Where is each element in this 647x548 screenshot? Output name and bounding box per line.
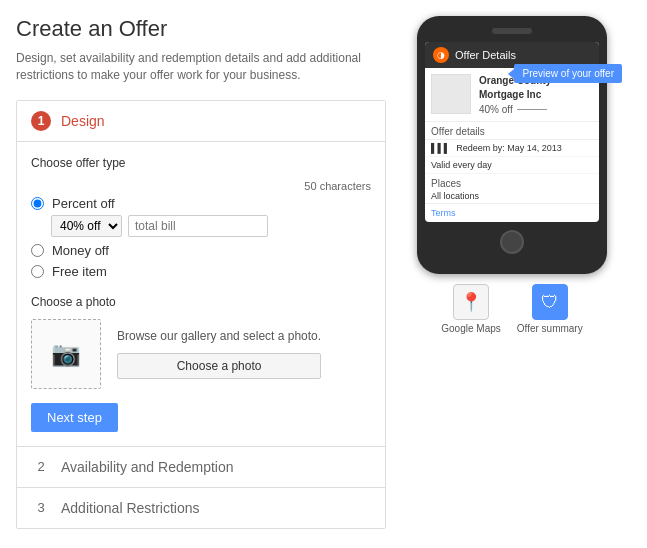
photo-placeholder: 📷 bbox=[31, 319, 101, 389]
radio-group: Percent off 40% off 10% off 20% off 30% … bbox=[31, 196, 371, 279]
availability-section-number: 2 bbox=[31, 457, 51, 477]
money-off-row[interactable]: Money off bbox=[31, 243, 371, 258]
right-panel: Preview of your offer ◑ Offer Details Or… bbox=[402, 16, 622, 529]
offer-details-title: Offer Details bbox=[455, 49, 516, 61]
percent-off-row[interactable]: Percent off bbox=[31, 196, 371, 211]
sections-wrapper: 1 Design Choose offer type 50 characters bbox=[16, 100, 386, 529]
percent-controls: 40% off 10% off 20% off 30% off 50% off bbox=[51, 215, 268, 237]
google-maps-label: Google Maps bbox=[441, 323, 500, 334]
offer-details-section-title: Offer details bbox=[425, 122, 599, 140]
choose-photo-button[interactable]: Choose a photo bbox=[117, 353, 321, 379]
page-subtitle: Design, set availability and redemption … bbox=[16, 50, 386, 84]
photo-desc: Browse our gallery and select a photo. bbox=[117, 329, 321, 343]
camera-icon: 📷 bbox=[51, 340, 81, 368]
phone-frame: ◑ Offer Details Orange County Mortgage I… bbox=[417, 16, 607, 274]
percent-controls-row: 40% off 10% off 20% off 30% off 50% off bbox=[51, 215, 371, 237]
phone-home-button[interactable] bbox=[500, 230, 524, 254]
places-value: All locations bbox=[431, 191, 593, 201]
char-count-row: 50 characters bbox=[51, 180, 371, 192]
valid-row: Valid every day bbox=[425, 157, 599, 174]
money-off-label: Money off bbox=[52, 243, 109, 258]
places-section: Places All locations bbox=[425, 174, 599, 204]
offer-summary-tab[interactable]: 🛡 Offer summary bbox=[517, 284, 583, 334]
design-section-header: 1 Design bbox=[17, 101, 385, 142]
offer-summary-icon: 🛡 bbox=[532, 284, 568, 320]
restrictions-section[interactable]: 3 Additional Restrictions bbox=[17, 487, 385, 528]
percent-off-option: Percent off 40% off 10% off 20% off 30% … bbox=[31, 196, 371, 237]
percent-text-input[interactable] bbox=[128, 215, 268, 237]
valid-text: Valid every day bbox=[431, 160, 492, 170]
photo-right: Browse our gallery and select a photo. C… bbox=[117, 329, 321, 379]
percent-off-radio[interactable] bbox=[31, 197, 44, 210]
next-step-button[interactable]: Next step bbox=[31, 403, 118, 432]
availability-section[interactable]: 2 Availability and Redemption bbox=[17, 446, 385, 487]
design-section: 1 Design Choose offer type 50 characters bbox=[17, 101, 385, 446]
places-title: Places bbox=[431, 178, 593, 189]
google-maps-tab[interactable]: 📍 Google Maps bbox=[441, 284, 500, 334]
restrictions-section-title: Additional Restrictions bbox=[61, 500, 200, 516]
percent-off-label: Percent off bbox=[52, 196, 115, 211]
bottom-tabs: 📍 Google Maps 🛡 Offer summary bbox=[441, 284, 582, 334]
photo-section: Choose a photo 📷 Browse our gallery and … bbox=[31, 295, 371, 389]
offer-type-label: Choose offer type bbox=[31, 156, 371, 170]
barcode-icon: ▌▌▌ bbox=[431, 143, 450, 153]
terms-title: Terms bbox=[431, 208, 593, 218]
redeem-row: ▌▌▌ Redeem by: May 14, 2013 bbox=[425, 140, 599, 157]
offer-details-icon: ◑ bbox=[433, 47, 449, 63]
offer-summary-label: Offer summary bbox=[517, 323, 583, 334]
char-count: 50 characters bbox=[211, 180, 371, 192]
terms-section: Terms bbox=[425, 204, 599, 222]
percent-select[interactable]: 40% off 10% off 20% off 30% off 50% off bbox=[51, 215, 122, 237]
availability-section-title: Availability and Redemption bbox=[61, 459, 234, 475]
offer-image bbox=[431, 74, 471, 114]
photo-area: 📷 Browse our gallery and select a photo.… bbox=[31, 319, 371, 389]
design-section-title: Design bbox=[61, 113, 105, 129]
phone-speaker bbox=[492, 28, 532, 34]
photo-label: Choose a photo bbox=[31, 295, 371, 309]
money-off-radio[interactable] bbox=[31, 244, 44, 257]
phone-wrapper: Preview of your offer ◑ Offer Details Or… bbox=[412, 16, 612, 274]
free-item-row[interactable]: Free item bbox=[31, 264, 371, 279]
left-panel: Create an Offer Design, set availability… bbox=[16, 16, 386, 529]
free-item-label: Free item bbox=[52, 264, 107, 279]
restrictions-section-number: 3 bbox=[31, 498, 51, 518]
google-maps-icon: 📍 bbox=[453, 284, 489, 320]
design-section-body: Choose offer type 50 characters Pe bbox=[17, 142, 385, 446]
design-section-number: 1 bbox=[31, 111, 51, 131]
offer-discount: 40% off bbox=[479, 104, 593, 115]
redeem-text: Redeem by: May 14, 2013 bbox=[456, 143, 562, 153]
offer-discount-line bbox=[517, 109, 547, 110]
free-item-radio[interactable] bbox=[31, 265, 44, 278]
preview-badge: Preview of your offer bbox=[514, 64, 622, 83]
offer-discount-text: 40% off bbox=[479, 104, 513, 115]
page-title: Create an Offer bbox=[16, 16, 386, 42]
